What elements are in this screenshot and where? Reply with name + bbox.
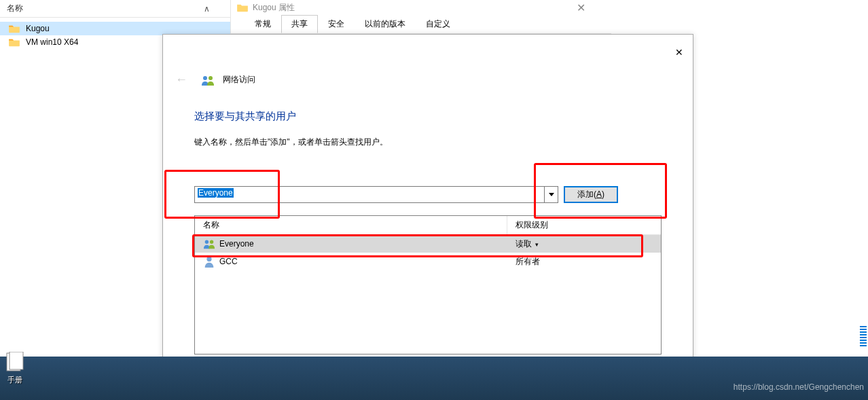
folder-icon [236, 3, 249, 12]
user-combo: Everyone [194, 186, 558, 203]
back-arrow-icon[interactable]: ← [170, 70, 193, 90]
svg-rect-6 [10, 352, 23, 369]
row-name: GCC [219, 257, 238, 266]
tab-sharing[interactable]: 共享 [281, 15, 318, 33]
permission-value: 所有者 [516, 256, 540, 268]
folder-icon [8, 24, 20, 33]
watermark-text: https://blog.csdn.net/Gengchenchen [734, 382, 864, 392]
row-name: Everyone [219, 239, 254, 249]
dialog-title: 网络访问 [223, 74, 255, 86]
column-header-name[interactable]: 名称 [7, 3, 23, 14]
tab-previous-versions[interactable]: 以前的版本 [355, 15, 416, 33]
close-button[interactable]: ✕ [672, 44, 686, 60]
svg-point-0 [203, 76, 207, 80]
user-input[interactable]: Everyone [195, 187, 544, 202]
add-button[interactable]: 添加(A) [564, 186, 618, 203]
grip-icon [860, 326, 867, 346]
user-icon [203, 255, 215, 268]
properties-window: Kugou 属性 ✕ 常规 共享 安全 以前的版本 自定义 [231, 0, 611, 34]
dialog-instruction: 键入名称，然后单击"添加"，或者单击箭头查找用户。 [194, 137, 662, 148]
tab-customize[interactable]: 自定义 [416, 15, 460, 33]
file-label: Kugou [26, 24, 50, 33]
svg-point-2 [205, 240, 209, 244]
file-label: VM win10 X64 [26, 37, 78, 47]
column-header-permission[interactable]: 权限级别 [507, 216, 661, 234]
column-header-name[interactable]: 名称 [195, 216, 507, 234]
properties-title: Kugou 属性 [253, 2, 295, 14]
explorer-columns-header: 名称 ∧ [0, 0, 230, 18]
svg-point-3 [210, 240, 213, 244]
desktop-icon-label: 手册 [7, 376, 22, 384]
taskbar: 手册 https://blog.csdn.net/Gengchenchen [0, 357, 868, 400]
close-icon[interactable]: ✕ [570, 0, 592, 16]
network-access-icon [201, 73, 215, 87]
file-item[interactable]: Kugou [0, 22, 230, 35]
svg-point-1 [209, 76, 213, 80]
tab-general[interactable]: 常规 [245, 15, 281, 33]
folder-icon [8, 37, 20, 47]
properties-tabs: 常规 共享 安全 以前的版本 自定义 [231, 15, 611, 33]
tab-security[interactable]: 安全 [318, 15, 355, 33]
table-row[interactable]: Everyone 读取 [195, 235, 661, 253]
dropdown-button[interactable] [544, 187, 558, 202]
sort-chevron-icon[interactable]: ∧ [204, 4, 210, 14]
properties-titlebar: Kugou 属性 [231, 0, 611, 15]
network-access-dialog: ✕ ← 网络访问 选择要与其共享的用户 键入名称，然后单击"添加"，或者单击箭头… [162, 34, 693, 400]
permission-dropdown[interactable]: 读取 [516, 238, 539, 250]
chevron-down-icon [549, 193, 554, 196]
table-row[interactable]: GCC 所有者 [195, 253, 661, 270]
desktop-icon[interactable]: 手册 [1, 352, 29, 385]
permissions-table: 名称 权限级别 Everyone 读取 [194, 215, 662, 354]
group-icon [203, 238, 215, 250]
dialog-heading: 选择要与其共享的用户 [194, 110, 662, 123]
svg-point-4 [206, 257, 211, 261]
